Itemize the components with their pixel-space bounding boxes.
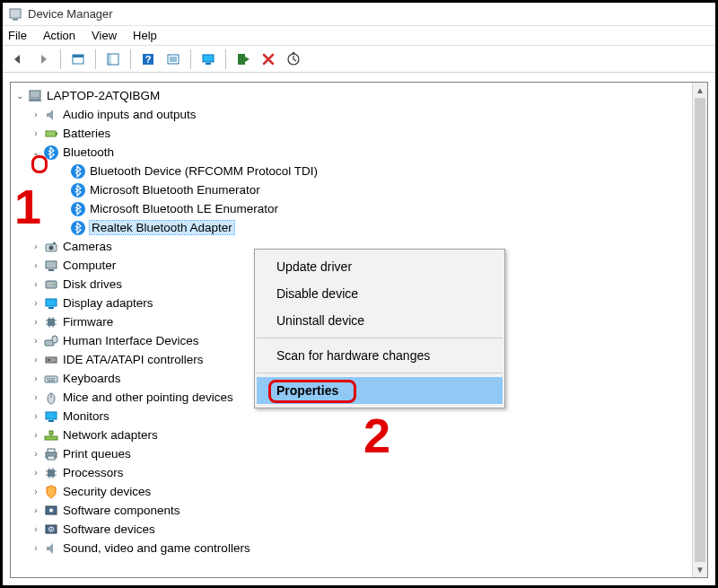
- annotation-ring-expander: [31, 155, 48, 173]
- scroll-thumb[interactable]: [695, 98, 705, 562]
- category-icon: [43, 352, 59, 368]
- category-icon: [43, 258, 59, 274]
- category-label: Software devices: [63, 522, 155, 536]
- svg-rect-5: [108, 54, 111, 65]
- context-menu-item[interactable]: Uninstall device: [257, 307, 503, 334]
- svg-rect-28: [46, 261, 57, 268]
- svg-point-76: [50, 528, 52, 530]
- device-node[interactable]: Microsoft Bluetooth LE Enumerator: [11, 199, 692, 218]
- category-node[interactable]: ›Software components: [11, 501, 692, 520]
- category-label: Audio inputs and outputs: [63, 108, 197, 121]
- device-node[interactable]: Microsoft Bluetooth Enumerator: [11, 180, 692, 199]
- expander-icon[interactable]: ›: [31, 298, 43, 308]
- expander-icon[interactable]: ›: [31, 355, 43, 364]
- show-hidden-button[interactable]: [68, 49, 88, 69]
- expander-icon[interactable]: ›: [31, 524, 43, 534]
- expander-icon[interactable]: ›: [31, 373, 43, 383]
- category-icon: [43, 371, 59, 387]
- category-label: Mice and other pointing devices: [63, 391, 233, 404]
- expander-icon[interactable]: ›: [31, 411, 43, 421]
- svg-rect-46: [48, 359, 50, 361]
- category-label: Security devices: [63, 485, 151, 498]
- svg-rect-61: [48, 449, 55, 452]
- expander-icon[interactable]: ⌄: [14, 91, 27, 101]
- help-button[interactable]: ?: [138, 49, 158, 69]
- category-label: Cameras: [63, 240, 112, 253]
- svg-rect-13: [206, 63, 211, 65]
- vertical-scrollbar[interactable]: ▲ ▼: [692, 83, 707, 577]
- menu-divider: [257, 373, 503, 373]
- category-node[interactable]: ›Sound, video and game controllers: [11, 539, 692, 557]
- device-node[interactable]: Bluetooth Device (RFCOMM Protocol TDI): [11, 162, 692, 180]
- category-node[interactable]: ›Print queues: [11, 444, 692, 463]
- category-label: Print queues: [63, 447, 131, 461]
- bluetooth-icon: [70, 201, 86, 217]
- scroll-down-arrow[interactable]: ▼: [693, 562, 707, 577]
- expander-icon[interactable]: ›: [31, 543, 43, 553]
- expander-icon[interactable]: ›: [31, 505, 43, 515]
- category-node[interactable]: ›Security devices: [11, 482, 692, 501]
- scroll-up-arrow[interactable]: ▲: [693, 83, 707, 98]
- context-menu-item[interactable]: Scan for hardware changes: [257, 342, 503, 369]
- expander-icon[interactable]: ›: [31, 430, 43, 440]
- svg-rect-49: [49, 378, 51, 380]
- category-node[interactable]: ›Batteries: [11, 124, 692, 143]
- details-button[interactable]: [163, 49, 183, 69]
- toolbar: ?: [3, 46, 715, 73]
- forward-button[interactable]: [33, 49, 53, 69]
- category-node[interactable]: ›Audio inputs and outputs: [11, 105, 692, 124]
- category-icon: [43, 390, 59, 406]
- expander-icon[interactable]: ›: [31, 449, 43, 459]
- device-label: Bluetooth Device (RFCOMM Protocol TDI): [90, 164, 318, 178]
- device-label: Microsoft Bluetooth LE Enumerator: [90, 202, 278, 215]
- expander-icon[interactable]: ›: [31, 260, 43, 270]
- menu-file[interactable]: File: [8, 29, 27, 42]
- scan-hardware-button[interactable]: [233, 49, 253, 69]
- back-button[interactable]: [8, 49, 28, 69]
- svg-rect-58: [49, 431, 53, 434]
- expander-icon[interactable]: ›: [31, 110, 43, 119]
- title-bar: Device Manager: [3, 3, 715, 26]
- svg-rect-34: [48, 319, 55, 326]
- expander-icon[interactable]: ›: [31, 317, 43, 327]
- menu-action[interactable]: Action: [43, 29, 75, 42]
- svg-rect-51: [54, 378, 56, 380]
- annotation-ring-properties: [268, 380, 356, 403]
- category-node[interactable]: ›Processors: [11, 463, 692, 482]
- display-button[interactable]: [198, 49, 218, 69]
- category-label: IDE ATA/ATAPI controllers: [63, 353, 204, 366]
- context-menu-item[interactable]: Update driver: [257, 253, 503, 280]
- expander-icon[interactable]: ›: [31, 279, 43, 289]
- svg-rect-3: [73, 55, 83, 57]
- remote-connect-button[interactable]: [284, 49, 303, 69]
- context-menu-item[interactable]: Disable device: [257, 280, 503, 307]
- category-node[interactable]: ›Network adapters: [11, 426, 692, 444]
- svg-rect-18: [46, 131, 56, 136]
- expander-icon[interactable]: ›: [31, 487, 43, 496]
- category-icon: [43, 276, 59, 293]
- svg-point-73: [49, 508, 53, 512]
- category-node[interactable]: ›Software devices: [11, 520, 692, 539]
- category-node[interactable]: ⌄Bluetooth: [11, 143, 692, 162]
- expander-icon[interactable]: ›: [31, 336, 43, 346]
- menu-view[interactable]: View: [92, 29, 117, 42]
- category-label: Processors: [63, 466, 124, 479]
- tree-root[interactable]: ⌄LAPTOP-2ATQIBGM: [11, 86, 692, 105]
- category-label: Sound, video and game controllers: [63, 541, 250, 555]
- menu-help[interactable]: Help: [133, 29, 157, 42]
- properties-button[interactable]: [103, 49, 123, 69]
- expander-icon[interactable]: ›: [31, 468, 43, 478]
- category-node[interactable]: ›Monitors: [11, 407, 692, 426]
- svg-rect-55: [46, 412, 57, 419]
- svg-rect-52: [48, 380, 55, 381]
- expander-icon[interactable]: ›: [31, 241, 43, 251]
- remove-device-button[interactable]: [258, 49, 278, 69]
- category-icon: [43, 295, 59, 312]
- category-label: Keyboards: [63, 372, 121, 385]
- svg-rect-33: [48, 307, 54, 309]
- svg-text:?: ?: [145, 54, 152, 65]
- svg-rect-12: [203, 55, 214, 62]
- expander-icon[interactable]: ›: [31, 392, 43, 402]
- expander-icon[interactable]: ›: [31, 128, 43, 138]
- device-node[interactable]: Realtek Bluetooth Adapter: [11, 218, 692, 237]
